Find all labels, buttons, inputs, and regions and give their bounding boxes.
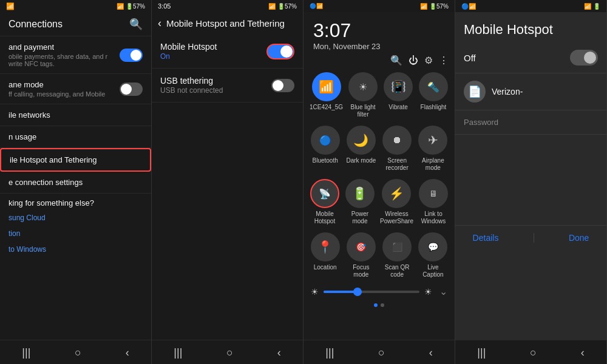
connection-settings-item[interactable]: e connection settings xyxy=(0,172,151,194)
airplane-sublabel: ff calling, messaging, and Mobile xyxy=(8,90,105,98)
qs-tile-focusmode[interactable]: 🎯 Focus mode xyxy=(345,232,376,278)
qs-tile-wifi[interactable]: 📶 1CE424_5G xyxy=(310,72,343,118)
nav-recent-p4[interactable]: ||| xyxy=(477,346,486,359)
nav-bar-p2: ||| ○ ‹ xyxy=(152,340,303,364)
qs-tile-screenrecorder[interactable]: ⏺ Screenrecorder xyxy=(382,126,413,172)
hotspot-label: ile Hotspot and Tethering xyxy=(10,155,141,164)
search-icon[interactable]: 🔍 xyxy=(129,18,143,31)
qs-tile-livecaption[interactable]: 💬 Live Caption xyxy=(418,232,449,278)
qs-control-row: 🔍 ⏻ ⚙ ⋮ xyxy=(304,55,455,69)
airplane-icon: ✈ xyxy=(418,126,447,155)
powershare-label: WirelessPowerShare xyxy=(380,211,413,225)
usb-tethering-toggle[interactable] xyxy=(271,79,294,92)
nav-recent-p3[interactable]: ||| xyxy=(325,346,334,359)
nav-home-p2[interactable]: ○ xyxy=(226,346,233,359)
date-display: Mon, November 23 xyxy=(313,42,445,51)
linktows-label: Link toWindows xyxy=(421,211,446,225)
panel-quick-settings: 🔵📶 📶 🔋57% 3:07 Mon, November 23 🔍 ⏻ ⚙ ⋮ … xyxy=(304,0,455,364)
focusmode-label: Focus mode xyxy=(345,264,376,278)
qs-tile-flashlight[interactable]: 🔦 Flashlight xyxy=(418,72,449,118)
mobile-networks-item[interactable]: ile networks xyxy=(0,104,151,126)
back-button-p2[interactable]: ‹ xyxy=(158,17,161,30)
darkmode-label: Dark mode xyxy=(346,157,376,164)
panel-connections: 📶 📶 🔋57% Connections 🔍 and payment obile… xyxy=(0,0,152,364)
payment-item[interactable]: and payment obile payments, share data, … xyxy=(0,36,151,74)
nav-back-p2[interactable]: ‹ xyxy=(277,346,281,359)
qs-search-icon[interactable]: 🔍 xyxy=(390,55,402,66)
status-time-p2: 3:05 xyxy=(158,2,171,10)
qs-tile-location[interactable]: 📍 Location xyxy=(310,232,341,278)
usb-tethering-item[interactable]: USB tethering USB not connected xyxy=(152,69,303,103)
brightness-bar[interactable] xyxy=(324,291,419,293)
clock-display: 3:07 xyxy=(313,19,445,42)
connections-title: Connections xyxy=(8,19,63,30)
nav-home-p3[interactable]: ○ xyxy=(378,346,385,359)
vibrate-label: Vibrate xyxy=(388,104,408,111)
mobile-hotspot-label: Mobile Hotspot xyxy=(160,42,217,52)
location-link[interactable]: tion xyxy=(0,226,151,241)
nav-home-p1[interactable]: ○ xyxy=(75,346,81,359)
dot-1 xyxy=(374,303,378,307)
airplane-label: ane mode xyxy=(8,80,105,89)
qs-tile-vibrate[interactable]: 📳 Vibrate xyxy=(383,72,413,118)
livecaption-label: Live Caption xyxy=(418,264,449,278)
samsung-cloud-link[interactable]: sung Cloud xyxy=(0,210,151,226)
qs-tile-linktows[interactable]: 🖥 Link toWindows xyxy=(418,179,449,225)
qs-settings-icon[interactable]: ⚙ xyxy=(424,55,433,66)
qs-more-icon[interactable]: ⋮ xyxy=(439,55,449,66)
airplane-toggle[interactable] xyxy=(120,83,143,96)
done-button[interactable]: Done xyxy=(569,233,589,243)
status-bar-p1: 📶 📶 🔋57% xyxy=(0,0,151,13)
status-icons-p4: 📶 🔋 xyxy=(584,3,600,10)
hotspot-qs-label: MobileHotspot xyxy=(314,211,335,225)
details-button[interactable]: Details xyxy=(473,233,499,243)
page-dots xyxy=(304,301,455,309)
nav-back-p1[interactable]: ‹ xyxy=(126,346,129,359)
qs-tile-powermode[interactable]: 🔋 Powermode xyxy=(345,179,375,225)
link-to-windows-link[interactable]: to Windows xyxy=(0,241,151,257)
screenrecorder-label: Screenrecorder xyxy=(386,157,409,172)
nav-recent-p2[interactable]: ||| xyxy=(174,346,182,359)
qs-tile-darkmode[interactable]: 🌙 Dark mode xyxy=(345,126,376,172)
qs-tile-bluelight[interactable]: ☀ Blue lightfilter xyxy=(348,72,378,118)
hotspot-detail-toggle[interactable] xyxy=(570,50,598,66)
brightness-thumb xyxy=(353,288,362,296)
nav-recent-p1[interactable]: ||| xyxy=(22,346,30,359)
qs-power-icon[interactable]: ⏻ xyxy=(409,55,418,66)
airplane-label: Airplanemode xyxy=(422,157,444,172)
qs-tile-powershare[interactable]: ⚡ WirelessPowerShare xyxy=(380,179,413,225)
status-bar-p4: 🔵📶 📶 🔋 xyxy=(455,0,606,12)
mobile-networks-label: ile networks xyxy=(8,110,143,120)
data-usage-item[interactable]: n usage xyxy=(0,126,151,148)
brightness-chevron[interactable]: ⌄ xyxy=(439,286,447,297)
nav-back-p3[interactable]: ‹ xyxy=(429,346,433,359)
password-item[interactable]: Password xyxy=(455,110,606,135)
usb-tethering-status: USB not connected xyxy=(160,86,223,95)
hotspot-off-item[interactable]: Off xyxy=(455,42,606,73)
qs-grid-row4: 📍 Location 🎯 Focus mode ⬛ Scan QRcode 💬 … xyxy=(304,229,455,282)
hotspot-footer: Details Done xyxy=(455,225,606,250)
brightness-max-icon: ☀ xyxy=(424,287,432,297)
nav-back-p4[interactable]: ‹ xyxy=(581,346,585,359)
qs-tile-hotspot[interactable]: 📡 MobileHotspot xyxy=(310,179,340,225)
qs-tile-bluetooth[interactable]: 🔵 Bluetooth xyxy=(310,126,341,172)
status-bar-p3: 🔵📶 📶 🔋57% xyxy=(304,0,455,12)
mobile-hotspot-toggle[interactable] xyxy=(266,44,294,59)
dot-2 xyxy=(381,303,384,307)
bluetooth-icon: 🔵 xyxy=(311,126,340,155)
qs-tile-airplane[interactable]: ✈ Airplanemode xyxy=(418,126,449,172)
airplane-item[interactable]: ane mode ff calling, messaging, and Mobi… xyxy=(0,74,151,104)
nav-home-p4[interactable]: ○ xyxy=(530,346,537,359)
screenrecorder-icon: ⏺ xyxy=(382,126,412,155)
payment-sublabel: obile payments, share data, and r write … xyxy=(8,53,120,67)
linktows-icon: 🖥 xyxy=(419,179,448,208)
hotspot-off-label: Off xyxy=(464,53,476,63)
network-name-item[interactable]: 📄 Verizon- xyxy=(455,73,606,110)
nav-bar-p1: ||| ○ ‹ xyxy=(0,340,151,364)
mobile-hotspot-item[interactable]: Mobile Hotspot On xyxy=(152,35,303,69)
qs-tile-qr[interactable]: ⬛ Scan QRcode xyxy=(382,232,413,278)
hotspot-tethering-item[interactable]: ile Hotspot and Tethering xyxy=(0,148,151,172)
time-area: 3:07 Mon, November 23 xyxy=(304,12,455,55)
payment-toggle[interactable] xyxy=(120,49,143,62)
connection-settings-label: e connection settings xyxy=(8,178,143,187)
